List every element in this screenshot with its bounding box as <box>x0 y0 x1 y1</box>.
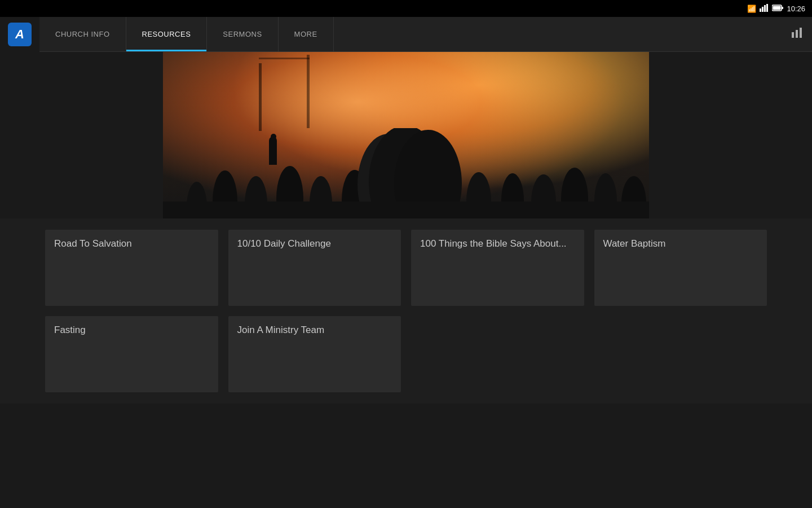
tab-sermons[interactable]: SERMONS <box>207 17 278 51</box>
tile-label-fasting: Fasting <box>54 324 86 337</box>
wifi-icon: 📶 <box>747 5 756 13</box>
tile-label-bible-says: 100 Things the Bible Says About... <box>420 238 567 251</box>
stage-truss <box>259 58 310 59</box>
tile-daily-challenge[interactable]: 10/10 Daily Challenge <box>228 230 401 306</box>
stage-pole-2 <box>307 55 310 128</box>
tile-water-baptism[interactable]: Water Baptism <box>594 230 767 306</box>
status-time: 10:26 <box>787 5 805 13</box>
tile-label-join-ministry: Join A Ministry Team <box>237 324 325 337</box>
battery-icon <box>772 5 783 13</box>
svg-rect-1 <box>762 7 764 12</box>
svg-rect-7 <box>792 32 794 38</box>
tile-empty-2 <box>594 316 767 392</box>
tile-bible-says[interactable]: 100 Things the Bible Says About... <box>411 230 584 306</box>
nav-right <box>791 27 812 42</box>
chart-icon[interactable] <box>791 27 803 42</box>
signal-icon <box>760 4 769 14</box>
status-icons: 📶 10:26 <box>747 4 805 14</box>
svg-rect-2 <box>764 5 766 12</box>
tile-label-road-to-salvation: Road To Salvation <box>54 238 132 251</box>
svg-rect-3 <box>766 4 768 12</box>
content-area: Road To Salvation 10/10 Daily Challenge … <box>0 218 812 404</box>
navbar: A CHURCH INFO RESOURCES SERMONS MORE <box>0 17 812 52</box>
svg-rect-9 <box>800 28 802 38</box>
hero-image <box>163 52 649 218</box>
tab-more[interactable]: MORE <box>279 17 334 51</box>
tab-resources[interactable]: RESOURCES <box>126 17 208 51</box>
svg-rect-0 <box>760 8 761 12</box>
tile-fasting[interactable]: Fasting <box>45 316 218 392</box>
tiles-row-1: Road To Salvation 10/10 Daily Challenge … <box>45 230 767 306</box>
stage-pole-1 <box>259 63 262 131</box>
tile-label-water-baptism: Water Baptism <box>603 238 666 251</box>
nav-tabs: CHURCH INFO RESOURCES SERMONS MORE <box>39 17 334 51</box>
svg-rect-8 <box>796 30 798 38</box>
tile-join-ministry[interactable]: Join A Ministry Team <box>228 316 401 392</box>
nav-logo[interactable]: A <box>0 17 39 52</box>
tab-church-info[interactable]: CHURCH INFO <box>39 17 126 51</box>
svg-rect-6 <box>773 6 781 10</box>
app-logo: A <box>8 23 32 46</box>
svg-rect-5 <box>782 7 783 9</box>
tile-label-daily-challenge: 10/10 Daily Challenge <box>237 238 331 251</box>
tile-empty-1 <box>411 316 584 392</box>
tile-road-to-salvation[interactable]: Road To Salvation <box>45 230 218 306</box>
status-bar: 📶 10:26 <box>0 0 812 17</box>
tiles-row-2: Fasting Join A Ministry Team <box>45 316 767 392</box>
svg-rect-25 <box>163 202 649 218</box>
crowd-silhouettes <box>163 128 649 218</box>
